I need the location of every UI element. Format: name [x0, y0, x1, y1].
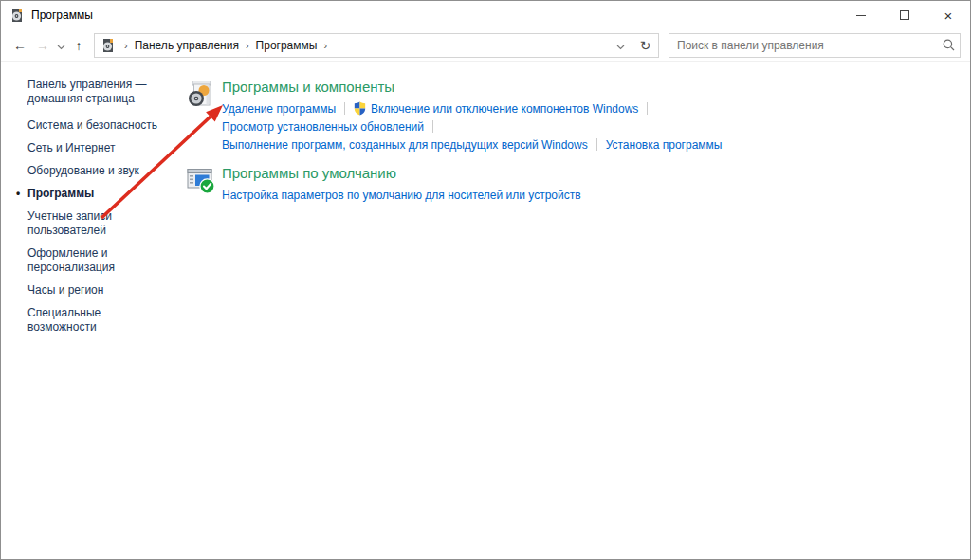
- recent-pages-button[interactable]: [54, 33, 67, 58]
- address-bar[interactable]: › Панель управления › Программы › ↻: [94, 33, 659, 58]
- breadcrumb-chevron-icon: ›: [241, 40, 254, 51]
- up-icon: ↑: [76, 38, 82, 53]
- section-title-default-programs[interactable]: Программы по умолчанию: [222, 164, 581, 183]
- task-divider: [647, 102, 648, 115]
- task-link-default-media-settings[interactable]: Настройка параметров по умолчанию для но…: [222, 189, 581, 202]
- task-row: Просмотр установленных обновлений: [222, 117, 722, 135]
- close-icon: ×: [944, 9, 953, 23]
- search-input[interactable]: [669, 39, 937, 52]
- programs-and-features-icon[interactable]: [187, 80, 215, 110]
- search-box: [669, 33, 961, 58]
- section-title-programs-and-features[interactable]: Программы и компоненты: [222, 78, 722, 97]
- section-body: Программы по умолчанию Настройка парамет…: [222, 164, 581, 204]
- task-link-windows-features[interactable]: Включение или отключение компонентов Win…: [354, 101, 638, 116]
- breadcrumb-programs[interactable]: Программы: [254, 38, 320, 53]
- breadcrumb-chevron-icon: ›: [319, 40, 332, 51]
- task-row: Настройка параметров по умолчанию для но…: [222, 186, 581, 204]
- forward-button[interactable]: →: [31, 33, 54, 58]
- sidebar-item-hardware-sound[interactable]: Оборудование и звук: [27, 164, 172, 178]
- sidebar-item-user-accounts[interactable]: Учетные записи пользователей: [27, 209, 172, 238]
- titlebar: Программы ×: [1, 1, 970, 29]
- maximize-button[interactable]: [883, 1, 926, 29]
- default-programs-icon[interactable]: [187, 166, 215, 196]
- section-body: Программы и компоненты Удаление программ…: [222, 78, 722, 154]
- refresh-icon: ↻: [640, 38, 651, 53]
- navigation-toolbar: ← → ↑ › Панель управления › Программы: [1, 29, 970, 62]
- sidebar-item-programs[interactable]: Программы: [27, 187, 172, 201]
- programs-app-icon: [9, 8, 25, 23]
- forward-icon: →: [36, 38, 49, 53]
- sidebar-item-clock-region[interactable]: Часы и регион: [27, 283, 172, 298]
- task-link-view-installed-updates[interactable]: Просмотр установленных обновлений: [222, 120, 424, 134]
- section-default-programs: Программы по умолчанию Настройка парамет…: [187, 164, 970, 204]
- breadcrumb-chevron-icon: ›: [119, 40, 133, 51]
- section-programs-and-features: Программы и компоненты Удаление программ…: [187, 78, 970, 154]
- window-title: Программы: [31, 9, 93, 22]
- breadcrumb-control-panel[interactable]: Панель управления: [133, 38, 241, 53]
- refresh-button[interactable]: ↻: [632, 34, 658, 57]
- maximize-icon: [900, 10, 909, 20]
- control-panel-window: Программы × ← → ↑: [0, 0, 971, 560]
- address-dropdown-button[interactable]: [609, 34, 632, 57]
- back-icon: ←: [13, 38, 27, 53]
- sidebar-item-appearance-personalization[interactable]: Оформление и персонализация: [27, 246, 172, 275]
- sidebar-item-home[interactable]: Панель управления — домашняя страница: [27, 78, 172, 106]
- sidebar-item-ease-of-access[interactable]: Специальные возможности: [27, 306, 172, 334]
- up-button[interactable]: ↑: [67, 33, 90, 58]
- location-programs-icon: [101, 38, 116, 53]
- chevron-down-icon: [57, 37, 65, 54]
- sidebar-item-network-internet[interactable]: Сеть и Интернет: [27, 141, 172, 155]
- task-link-run-programs-previous-versions[interactable]: Выполнение программ, созданных для преды…: [222, 138, 588, 152]
- main-panel: Программы и компоненты Удаление программ…: [179, 78, 970, 343]
- sidebar-item-system-security[interactable]: Система и безопасность: [27, 118, 172, 133]
- close-button[interactable]: ×: [926, 1, 970, 29]
- chevron-down-icon: [616, 37, 625, 54]
- task-link-install-program[interactable]: Установка программы: [606, 138, 723, 152]
- task-divider: [432, 120, 433, 133]
- search-icon[interactable]: [937, 34, 960, 57]
- minimize-button[interactable]: [839, 1, 883, 29]
- task-link-uninstall-program[interactable]: Удаление программы: [222, 102, 336, 116]
- sidebar: Панель управления — домашняя страница Си…: [1, 78, 179, 343]
- task-divider: [344, 102, 345, 115]
- task-divider: [596, 138, 597, 151]
- window-controls: ×: [839, 1, 970, 29]
- task-link-label: Включение или отключение компонентов Win…: [371, 102, 638, 116]
- back-button[interactable]: ←: [9, 33, 31, 58]
- task-row: Удаление программы В: [222, 99, 722, 117]
- minimize-icon: [856, 15, 866, 16]
- content-area: Панель управления — домашняя страница Си…: [1, 62, 970, 343]
- task-row: Выполнение программ, созданных для преды…: [222, 135, 722, 154]
- uac-shield-icon: [354, 101, 366, 116]
